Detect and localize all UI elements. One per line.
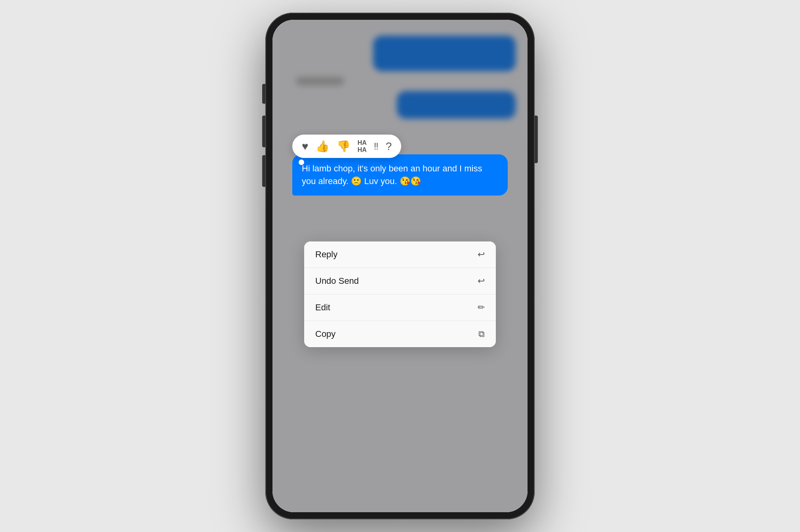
haha-reaction[interactable]: HAHA bbox=[358, 139, 367, 153]
question-reaction[interactable]: ? bbox=[386, 140, 392, 153]
screen-content: ♥ 👍 👎 HAHA ‼ ? Hi lamb chop, it's only b… bbox=[272, 20, 528, 512]
volume-down-button bbox=[262, 155, 265, 187]
reply-icon: ↩ bbox=[478, 249, 485, 260]
reaction-picker[interactable]: ♥ 👍 👎 HAHA ‼ ? bbox=[292, 135, 401, 165]
undo-send-menu-item[interactable]: Undo Send ↩ bbox=[304, 268, 496, 294]
phone-screen: ♥ 👍 👎 HAHA ‼ ? Hi lamb chop, it's only b… bbox=[272, 20, 528, 512]
copy-label: Copy bbox=[315, 329, 335, 339]
copy-menu-item[interactable]: Copy ⧉ bbox=[304, 321, 496, 347]
volume-up-button bbox=[262, 116, 265, 147]
undo-send-label: Undo Send bbox=[315, 276, 359, 286]
thumbs-up-reaction[interactable]: 👍 bbox=[316, 140, 330, 153]
phone-frame: ♥ 👍 👎 HAHA ‼ ? Hi lamb chop, it's only b… bbox=[265, 13, 535, 519]
context-menu: Reply ↩ Undo Send ↩ Edit ✏ Copy ⧉ bbox=[304, 241, 496, 347]
reply-label: Reply bbox=[315, 249, 337, 260]
undo-send-icon: ↩ bbox=[478, 276, 485, 286]
edit-label: Edit bbox=[315, 302, 330, 313]
heart-reaction[interactable]: ♥ bbox=[302, 140, 309, 153]
mute-button bbox=[262, 84, 265, 104]
reaction-bubble: ♥ 👍 👎 HAHA ‼ ? bbox=[292, 135, 401, 158]
power-button bbox=[535, 116, 538, 163]
copy-icon: ⧉ bbox=[478, 329, 485, 339]
edit-menu-item[interactable]: Edit ✏ bbox=[304, 294, 496, 321]
reply-menu-item[interactable]: Reply ↩ bbox=[304, 241, 496, 268]
thumbs-down-reaction[interactable]: 👎 bbox=[337, 140, 350, 153]
message-text: Hi lamb chop, it's only been an hour and… bbox=[302, 163, 482, 186]
emphasize-reaction[interactable]: ‼ bbox=[374, 141, 379, 152]
bubble-tail bbox=[299, 160, 304, 165]
edit-icon: ✏ bbox=[478, 302, 485, 313]
